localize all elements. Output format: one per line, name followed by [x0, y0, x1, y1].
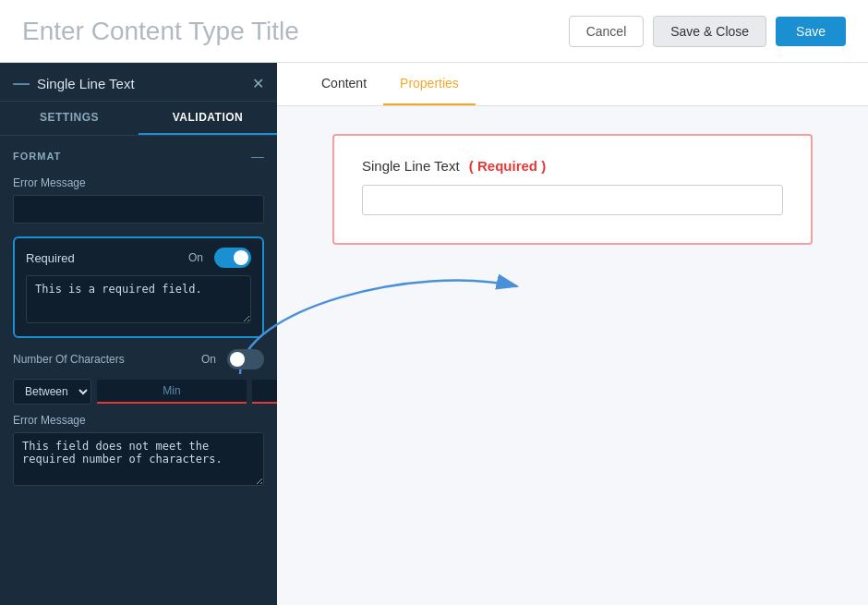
required-message-textarea[interactable]	[26, 275, 251, 323]
preview-field-label: Single Line Text ( Required )	[362, 158, 783, 174]
error-message-label: Error Message	[13, 176, 264, 189]
preview-area: Single Line Text ( Required )	[277, 106, 868, 605]
panel-title-area: — Single Line Text	[13, 74, 135, 93]
required-toggle[interactable]	[214, 248, 251, 268]
tab-properties[interactable]: Properties	[383, 63, 476, 105]
save-button[interactable]: Save	[776, 17, 846, 46]
field-name-text: Single Line Text	[362, 158, 460, 174]
content-area: Content Properties Single Line Text ( Re…	[277, 63, 868, 605]
header: Enter Content Type Title Cancel Save & C…	[0, 0, 868, 63]
chars-toggle-switch: On	[201, 349, 264, 369]
chars-error-label: Error Message	[13, 414, 264, 427]
chars-toggle-row: Number Of Characters On	[13, 349, 264, 369]
close-icon[interactable]: ✕	[252, 75, 264, 92]
required-toggle-row: Required On	[26, 248, 251, 268]
page-title: Enter Content Type Title	[22, 17, 299, 46]
content-tabs: Content Properties	[277, 63, 868, 106]
format-section-title: FORMAT	[13, 151, 61, 162]
required-on-label: On	[188, 251, 203, 264]
panel-dash-icon: —	[13, 74, 30, 93]
form-preview-box: Single Line Text ( Required )	[332, 134, 813, 245]
collapse-icon[interactable]: —	[251, 149, 264, 163]
panel-header: — Single Line Text ✕	[0, 63, 277, 102]
sidebar-tabs: SETTINGS VALIDATION	[0, 102, 277, 136]
section-header: FORMAT —	[13, 149, 264, 163]
tab-validation[interactable]: VALIDATION	[139, 102, 277, 135]
required-label: Required	[26, 251, 75, 265]
cancel-button[interactable]: Cancel	[569, 16, 645, 47]
chars-error-textarea[interactable]	[13, 432, 264, 486]
required-toggle-switch: On	[188, 248, 251, 268]
chars-on-label: On	[201, 353, 216, 366]
between-select[interactable]: Between	[13, 379, 91, 405]
tab-content[interactable]: Content	[305, 63, 383, 105]
panel-title: Single Line Text	[37, 76, 135, 91]
min-input[interactable]	[97, 380, 247, 404]
save-close-button[interactable]: Save & Close	[653, 16, 766, 47]
required-section: Required On	[13, 236, 264, 338]
main-layout: — Single Line Text ✕ SETTINGS VALIDATION…	[0, 63, 868, 605]
chars-toggle[interactable]	[227, 349, 264, 369]
chars-label: Number Of Characters	[13, 353, 125, 366]
tab-settings[interactable]: SETTINGS	[0, 102, 139, 135]
header-actions: Cancel Save & Close Save	[569, 16, 846, 47]
required-indicator: ( Required )	[469, 158, 546, 174]
error-message-input[interactable]	[13, 195, 264, 224]
between-row: Between	[13, 379, 264, 405]
preview-text-input[interactable]	[362, 185, 783, 215]
arrow-annotation	[231, 236, 711, 383]
